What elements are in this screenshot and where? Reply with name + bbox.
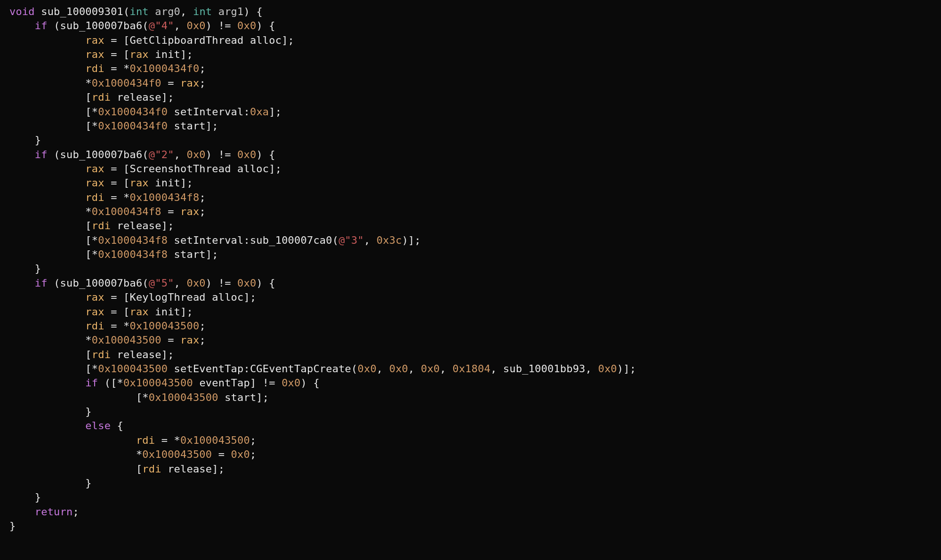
code-token [9, 34, 85, 46]
code-token: (sub_100007ba6( [54, 277, 149, 289]
code-token: ; [199, 77, 205, 89]
code-token: [ [9, 220, 92, 232]
code-line: } [9, 263, 41, 274]
code-token-reg: rax [129, 48, 148, 60]
code-token: [ [9, 91, 92, 103]
code-token: , sub_10001bb93, [491, 363, 598, 375]
code-token-num: 0x1000434f0 [98, 120, 168, 132]
code-token: ]; [269, 106, 281, 118]
code-line: } [9, 134, 41, 146]
decompiled-code-block: void sub_100009301(int arg0, int arg1) {… [0, 0, 941, 538]
code-line: *0x1000434f0 = rax; [9, 77, 206, 89]
code-line: rax = [rax init]; [9, 177, 193, 189]
code-token-reg: rax [129, 177, 148, 189]
code-line: } [9, 406, 92, 417]
code-line: *0x100043500 = 0x0; [9, 448, 256, 460]
code-line: [rdi release]; [9, 91, 174, 103]
code-token: } [9, 406, 92, 417]
code-token: ) { [256, 277, 275, 289]
code-token: release]; [111, 91, 174, 103]
code-token-reg: rax [85, 34, 104, 46]
code-line: rax = [KeylogThread alloc]; [9, 291, 256, 303]
code-token: init]; [149, 48, 193, 60]
code-token-reg: rdi [92, 91, 111, 103]
code-token-num: 0x0 [237, 149, 256, 160]
code-token [9, 20, 35, 32]
code-token-num: 0x100043500 [180, 434, 250, 446]
code-token [9, 377, 85, 389]
code-token: setInterval:sub_100007ca0( [168, 234, 338, 246]
code-token [9, 434, 136, 446]
code-token: release]; [161, 463, 225, 475]
code-token: = * [105, 320, 130, 332]
code-token-param: arg1 [218, 6, 244, 17]
code-line: rax = [rax init]; [9, 48, 193, 60]
code-token-kw: if [35, 20, 54, 32]
code-token: ; [199, 320, 205, 332]
code-token: = * [155, 434, 180, 446]
code-line: [*0x100043500 setEventTap:CGEventTapCrea… [9, 363, 636, 375]
code-token: ) != [206, 277, 237, 289]
code-token: = [161, 206, 180, 217]
code-line: } [9, 491, 41, 503]
code-token: = * [105, 192, 130, 203]
code-line: [*0x1000434f0 start]; [9, 120, 218, 132]
code-token-num: 0x3c [377, 234, 402, 246]
code-token: start]; [168, 120, 218, 132]
code-token-type: int [129, 6, 155, 17]
code-token: * [9, 77, 92, 89]
code-token-kw: return [35, 506, 73, 518]
code-token: [ [9, 463, 142, 475]
code-token: start]; [218, 392, 269, 403]
code-token: ; [250, 434, 256, 446]
code-token: [* [9, 120, 98, 132]
code-line: rdi = *0x1000434f8; [9, 192, 206, 203]
code-token: = * [105, 63, 130, 74]
code-line: [rdi release]; [9, 463, 225, 475]
code-line: [rdi release]; [9, 349, 174, 360]
code-line: [*0x1000434f8 setInterval:sub_100007ca0(… [9, 234, 421, 246]
code-line: else { [9, 420, 123, 432]
code-token: ; [199, 192, 205, 203]
code-token: ; [199, 334, 205, 346]
code-token: , [440, 363, 452, 375]
code-line: } [9, 477, 92, 489]
code-token-num: 0x0 [281, 377, 300, 389]
code-line: if (sub_100007ba6(@"2", 0x0) != 0x0) { [9, 149, 275, 160]
code-token: ([* [105, 377, 123, 389]
code-token-num: 0x1000434f0 [92, 77, 161, 89]
code-token-reg: rax [85, 163, 104, 175]
code-token-reg: rax [85, 306, 104, 318]
code-token-fn: sub_100009301 [41, 6, 123, 17]
code-token: setEventTap:CGEventTapCreate( [168, 363, 357, 375]
code-token: ; [72, 506, 79, 518]
code-token: ) { [301, 377, 320, 389]
code-token: [ [9, 349, 92, 360]
code-line: *0x100043500 = rax; [9, 334, 206, 346]
code-token: )]; [402, 234, 421, 246]
code-token: release]; [111, 349, 174, 360]
code-line: rax = [GetClipboardThread alloc]; [9, 34, 294, 46]
code-token: } [9, 263, 41, 274]
code-token-num: 0x0 [186, 20, 205, 32]
code-token-num: 0x100043500 [98, 363, 168, 375]
code-token: [* [9, 106, 98, 118]
code-token: (sub_100007ba6( [54, 20, 149, 32]
code-token: ; [199, 206, 205, 217]
code-token: = [161, 77, 180, 89]
code-token-num: 0x100043500 [92, 334, 161, 346]
code-token-num: 0x1000434f8 [98, 234, 168, 246]
code-token-kw: if [85, 377, 104, 389]
code-token-num: 0x1000434f8 [92, 206, 161, 217]
code-token-reg: rax [85, 177, 104, 189]
code-token-str: @"2" [149, 149, 174, 160]
code-token-num: 0x0 [186, 277, 205, 289]
code-token: [* [9, 392, 149, 403]
code-token [9, 506, 35, 518]
code-line: [*0x100043500 start]; [9, 392, 269, 403]
code-token-reg: rax [180, 334, 199, 346]
code-token [9, 63, 85, 74]
code-token-param: arg0 [155, 6, 180, 17]
code-token-num: 0x0 [421, 363, 440, 375]
code-token: } [9, 491, 41, 503]
